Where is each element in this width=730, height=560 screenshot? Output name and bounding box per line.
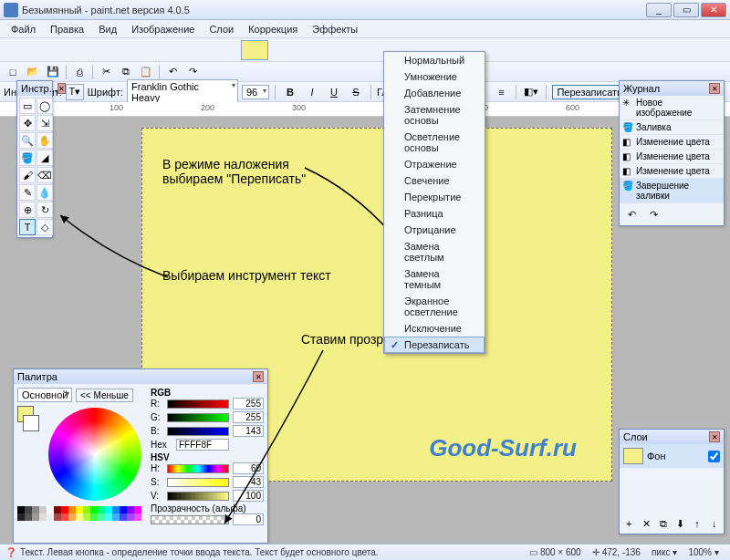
- history-undo-button[interactable]: ↶: [622, 206, 641, 223]
- color-wheel[interactable]: [48, 408, 141, 501]
- dd-lighten[interactable]: Замена светлым: [384, 238, 485, 265]
- dd-difference[interactable]: Разница: [384, 205, 485, 222]
- tool-recolor[interactable]: ↻: [36, 202, 53, 218]
- dd-negation[interactable]: Отрицание: [384, 222, 485, 238]
- font-size-combo[interactable]: 96: [242, 85, 269, 99]
- menu-adjust[interactable]: Коррекция: [241, 22, 305, 36]
- dd-overwrite[interactable]: Перезаписать: [384, 337, 485, 353]
- r-slider[interactable]: [167, 399, 229, 409]
- menu-view[interactable]: Вид: [91, 22, 124, 36]
- dd-reflect[interactable]: Отражение: [384, 156, 485, 172]
- menu-effects[interactable]: Эффекты: [305, 22, 365, 36]
- layer-merge-button[interactable]: ⬇: [673, 515, 688, 532]
- dd-colorburn[interactable]: Затемнение основы: [384, 101, 485, 129]
- tools-panel-close[interactable]: ✕: [57, 83, 66, 94]
- tool-move[interactable]: ✥: [19, 115, 36, 131]
- r-input[interactable]: [233, 398, 264, 410]
- paste-button[interactable]: 📋: [137, 64, 155, 80]
- align-right-button[interactable]: ≡: [492, 84, 510, 100]
- history-item[interactable]: 🪣Завершение заливки: [620, 179, 724, 203]
- h-input[interactable]: [233, 462, 264, 474]
- blend-mode-combo[interactable]: Перезаписать: [552, 85, 629, 99]
- b-input[interactable]: [233, 425, 264, 437]
- menu-edit[interactable]: Правка: [43, 22, 91, 36]
- dd-screen[interactable]: Экранное осветление: [384, 293, 485, 320]
- h-slider[interactable]: [167, 464, 229, 473]
- document-thumbnail[interactable]: [241, 40, 268, 60]
- dd-multiply[interactable]: Умножение: [384, 68, 485, 85]
- print-button[interactable]: ⎙: [70, 64, 89, 80]
- new-button[interactable]: □: [4, 64, 22, 80]
- v-input[interactable]: [233, 490, 264, 502]
- s-slider[interactable]: [167, 478, 229, 487]
- tool-bucket[interactable]: 🪣: [19, 150, 36, 166]
- tool-move-sel[interactable]: ⇲: [36, 115, 53, 131]
- hex-input[interactable]: [176, 439, 229, 451]
- menu-image[interactable]: Изображение: [124, 22, 202, 36]
- font-combo[interactable]: Franklin Gothic Heavy: [127, 79, 238, 105]
- dd-colordodge[interactable]: Осветление основы: [384, 129, 485, 156]
- italic-button[interactable]: I: [303, 84, 321, 100]
- s-input[interactable]: [233, 476, 264, 488]
- dd-overlay[interactable]: Перекрытие: [384, 189, 485, 205]
- open-button[interactable]: 📂: [24, 64, 42, 80]
- palette-panel-close[interactable]: ✕: [253, 371, 264, 382]
- tool-rect-select[interactable]: ▭: [19, 98, 36, 114]
- layer-row[interactable]: Фон: [620, 444, 724, 468]
- g-slider[interactable]: [167, 413, 229, 422]
- minimize-button[interactable]: _: [646, 3, 672, 17]
- layer-dup-button[interactable]: ⧉: [655, 515, 671, 532]
- tool-picker[interactable]: 💧: [36, 184, 53, 201]
- dd-add[interactable]: Добавление: [384, 85, 485, 101]
- strike-button[interactable]: S: [347, 84, 365, 100]
- dd-normal[interactable]: Нормальный: [384, 52, 485, 68]
- cut-button[interactable]: ✂: [97, 64, 115, 80]
- tool-lasso[interactable]: ◯: [36, 98, 53, 114]
- fill-button[interactable]: ◧▾: [522, 84, 540, 100]
- layer-up-button[interactable]: ↑: [690, 515, 705, 532]
- history-panel-close[interactable]: ✕: [709, 83, 720, 94]
- history-redo-button[interactable]: ↷: [644, 206, 662, 223]
- alpha-slider[interactable]: [151, 515, 229, 524]
- primary-secondary-combo[interactable]: Основной: [17, 388, 72, 402]
- history-item[interactable]: ◧Изменение цвета: [620, 164, 724, 179]
- less-button[interactable]: << Меньше: [76, 389, 133, 402]
- history-item[interactable]: ◧Изменение цвета: [620, 135, 724, 150]
- bold-button[interactable]: B: [281, 84, 299, 100]
- layer-down-button[interactable]: ↓: [706, 515, 722, 532]
- layer-delete-button[interactable]: ✕: [639, 515, 654, 532]
- save-button[interactable]: 💾: [44, 64, 62, 80]
- b-slider[interactable]: [167, 427, 229, 436]
- tool-clone[interactable]: ⊕: [19, 202, 36, 218]
- status-unit[interactable]: пикс: [652, 547, 671, 557]
- layers-panel-close[interactable]: ✕: [709, 431, 720, 442]
- history-item[interactable]: ◧Изменение цвета: [620, 150, 724, 164]
- tool-eraser[interactable]: ⌫: [36, 167, 53, 183]
- menu-file[interactable]: Файл: [4, 22, 43, 36]
- tool-pan[interactable]: ✋: [36, 132, 53, 149]
- redo-button[interactable]: ↷: [183, 64, 202, 80]
- g-input[interactable]: [233, 411, 264, 423]
- secondary-swatch[interactable]: [23, 415, 39, 431]
- layer-add-button[interactable]: +: [621, 515, 637, 532]
- tool-zoom[interactable]: 🔍: [19, 132, 36, 149]
- underline-button[interactable]: U: [325, 84, 343, 100]
- history-item[interactable]: 🪣Заливка: [620, 120, 724, 135]
- menu-layers[interactable]: Слои: [202, 22, 241, 36]
- status-zoom[interactable]: 100%: [688, 547, 712, 557]
- tool-shapes[interactable]: ◇: [36, 219, 53, 235]
- close-button[interactable]: ✕: [701, 3, 726, 17]
- undo-button[interactable]: ↶: [163, 64, 182, 80]
- dd-glow[interactable]: Свечение: [384, 172, 485, 189]
- alpha-input[interactable]: [233, 513, 264, 525]
- copy-button[interactable]: ⧉: [117, 64, 135, 80]
- maximize-button[interactable]: ▭: [673, 3, 699, 17]
- history-item[interactable]: ✳Новое изображение: [620, 96, 724, 120]
- dd-darken[interactable]: Замена темным: [384, 265, 485, 293]
- layer-visibility-checkbox[interactable]: [708, 451, 720, 462]
- tool-selector[interactable]: T▾: [66, 84, 84, 100]
- dd-xor[interactable]: Исключение: [384, 320, 485, 337]
- tool-pencil[interactable]: ✎: [19, 184, 36, 201]
- tool-gradient[interactable]: ◢: [36, 150, 53, 166]
- tool-brush[interactable]: 🖌: [19, 167, 36, 183]
